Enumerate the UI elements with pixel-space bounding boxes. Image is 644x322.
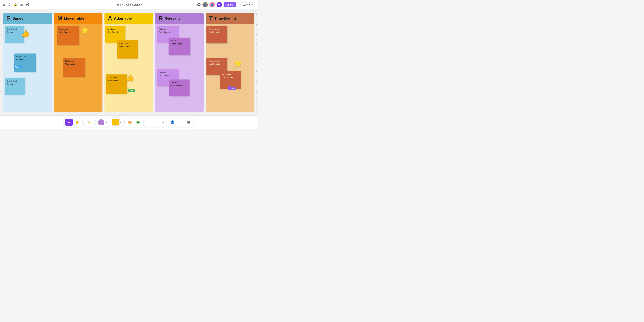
- path-tool-button[interactable]: ⌒: [154, 118, 162, 126]
- share-button[interactable]: Share: [224, 2, 236, 7]
- column-attainable-body[interactable]: AttainableGoal Sample AttainableGoal Sam…: [104, 24, 153, 112]
- avatar-user3[interactable]: M: [216, 2, 222, 8]
- cursor-chen: Chen: [228, 84, 236, 90]
- avatar-user1[interactable]: 👤: [202, 2, 208, 8]
- column-timebound-body[interactable]: Time-BoundGoal Sample Time-BoundGoal Sam…: [206, 24, 254, 112]
- sticker-thumbs-up-1: 👍: [21, 29, 30, 38]
- sticker-star-1: ⭐: [81, 27, 89, 34]
- breadcrumb-separator: /: [124, 3, 125, 6]
- zoom-out-button[interactable]: −: [240, 3, 242, 6]
- sticky-relevant-4[interactable]: RelevantGoal Sample: [170, 80, 190, 96]
- hand-tool-button[interactable]: ✋: [73, 118, 81, 126]
- sticky-expand-icon[interactable]: ▲: [120, 121, 122, 123]
- column-measurable-body[interactable]: MeasurableGoal Sample ⭐ MeasurableGoal S…: [54, 24, 103, 112]
- cursor-martin: Martin: [14, 63, 22, 68]
- stamp-tool-button[interactable]: 👤: [169, 118, 176, 126]
- project-label: Project: [116, 3, 124, 6]
- column-relevant-title: Relevant: [164, 16, 180, 21]
- column-timebound-letter: T: [209, 16, 213, 22]
- cursor-ivan: Ivan: [128, 89, 135, 92]
- zoom-value: 100%: [242, 3, 248, 6]
- headphone-icon[interactable]: 🎧: [197, 3, 201, 6]
- column-relevant-header: R Relevant: [155, 13, 204, 24]
- toolbar-group-sticky: ▲: [110, 118, 123, 127]
- column-smart: S Smart Smart GoalSample 👍 Smart GoalSam…: [3, 13, 52, 112]
- toolbar-group-select: ▲ ✋: [64, 118, 82, 127]
- column-smart-body[interactable]: Smart GoalSample 👍 Smart GoalSample Mart…: [3, 24, 52, 112]
- pencil-tool-button[interactable]: ✏️: [85, 118, 93, 126]
- path-expand-icon[interactable]: ▲: [162, 121, 164, 123]
- topbar: ⊛ ⏱ 🔒 ▦ 💬 Project / Goal Setting ▾ 🎧 👤 👤…: [0, 0, 258, 10]
- column-relevant-body[interactable]: RelevantGoal Sample RelevantGoal Sample …: [155, 24, 204, 112]
- column-measurable-title: Measurable: [64, 16, 84, 21]
- shapes-expand-icon[interactable]: ▲: [106, 121, 107, 123]
- cursor-tool-button[interactable]: ▲: [65, 118, 72, 126]
- sticker-star-2: ⭐: [234, 59, 242, 67]
- logo-icon[interactable]: ⊛: [3, 3, 5, 6]
- table-tool-button[interactable]: ⊞: [185, 118, 192, 126]
- toolbar-group-text: T ⌒ ▲: [145, 118, 166, 127]
- zoom-control: − 100% ▾ +: [238, 2, 255, 7]
- column-attainable-title: Attainable: [114, 16, 132, 21]
- column-timebound-title: Time-Bound: [214, 16, 236, 21]
- shapes-tool-button[interactable]: [98, 118, 105, 126]
- column-attainable-letter: A: [108, 16, 112, 22]
- text-tool-button[interactable]: T: [146, 118, 154, 126]
- toolbar-group-draw: ✏️: [84, 118, 94, 127]
- sticky-tool-button[interactable]: [112, 118, 119, 126]
- bottom-toolbar: ▲ ✋ ✏️ ▲ ▲ 🎨 🐲 T ⌒: [0, 116, 258, 129]
- column-smart-title: Smart: [12, 16, 23, 21]
- column-timebound: T Time-Bound Time-BoundGoal Sample Time-…: [206, 13, 254, 112]
- column-measurable: M Measurable MeasurableGoal Sample ⭐ Mea…: [54, 13, 103, 112]
- sticky-measurable-1[interactable]: MeasurableGoal Sample: [57, 26, 79, 45]
- sticky-smart-2[interactable]: Smart GoalSample: [14, 54, 36, 72]
- monster-sticker-button[interactable]: 🐲: [134, 118, 142, 126]
- column-timebound-header: T Time-Bound: [206, 13, 254, 24]
- column-measurable-letter: M: [57, 16, 62, 22]
- sticky-measurable-2[interactable]: MeasurableGoal Sample: [63, 58, 85, 77]
- chat-icon[interactable]: 💬: [26, 3, 29, 6]
- topbar-left: ⊛ ⏱ 🔒 ▦ 💬: [3, 3, 29, 6]
- sticky-smart-3[interactable]: Smart GoalSample: [5, 78, 25, 94]
- sticky-relevant-2[interactable]: RelevantGoal Sample: [168, 38, 190, 55]
- toolbar-group-shapes: ▲: [96, 118, 109, 127]
- page-title[interactable]: Goal Setting: [126, 3, 140, 6]
- topbar-right: 🎧 👤 👤 M Share − 100% ▾ +: [197, 2, 255, 8]
- sticky-attainable-3[interactable]: AttainableGoal Sample: [106, 74, 127, 94]
- zoom-in-button[interactable]: +: [251, 3, 253, 6]
- column-smart-header: S Smart: [3, 13, 52, 24]
- column-attainable: A Attainable AttainableGoal Sample Attai…: [104, 13, 153, 112]
- canvas[interactable]: S Smart Smart GoalSample 👍 Smart GoalSam…: [0, 10, 258, 116]
- sticker-thumbs-up-2: 👍: [126, 74, 134, 82]
- avatar-user2[interactable]: 👤: [210, 2, 215, 8]
- column-relevant-letter: R: [158, 16, 163, 22]
- breadcrumb: Project / Goal Setting ▾: [116, 3, 142, 6]
- column-measurable-header: M Measurable: [54, 13, 103, 24]
- lock-icon[interactable]: 🔒: [14, 3, 17, 6]
- column-smart-letter: S: [7, 16, 11, 22]
- palette-tool-button[interactable]: 🎨: [126, 118, 134, 126]
- sticky-timebound-1[interactable]: Time-BoundGoal Sample: [206, 26, 228, 44]
- toolbar-group-misc: 👤 ▭ ⊞: [167, 118, 194, 127]
- frame-tool-button[interactable]: ▭: [177, 118, 184, 126]
- timer-icon[interactable]: ⏱: [8, 3, 11, 6]
- column-attainable-header: A Attainable: [104, 13, 153, 24]
- column-relevant: R Relevant RelevantGoal Sample RelevantG…: [155, 13, 204, 112]
- sticky-attainable-2[interactable]: AttainableGoal Sample: [117, 40, 138, 58]
- toolbar-group-palette: 🎨 🐲: [124, 118, 144, 127]
- zoom-dropdown-icon[interactable]: ▾: [249, 4, 250, 6]
- title-chevron-icon[interactable]: ▾: [141, 4, 142, 6]
- layout-icon[interactable]: ▦: [20, 3, 23, 6]
